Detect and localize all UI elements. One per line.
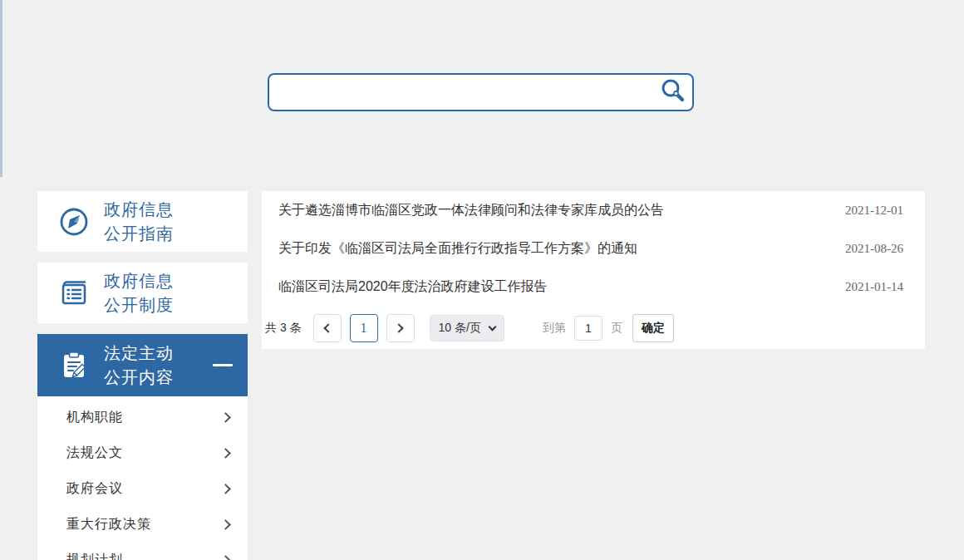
goto-page-input[interactable]	[574, 316, 602, 341]
chevron-right-icon	[220, 484, 231, 494]
article-date: 2021-08-26	[845, 242, 903, 256]
submenu-item-major-decisions[interactable]: 重大行政决策	[37, 507, 248, 543]
prev-page-button[interactable]	[313, 314, 342, 342]
article-date: 2021-12-01	[845, 204, 903, 218]
caret-down-icon	[488, 323, 496, 332]
pagination-bar: 共 3 条 1 10 条/页 到第 页 确定	[262, 314, 925, 342]
article-date: 2021-01-14	[845, 280, 903, 294]
sidebar-item-disclosure-guide[interactable]: 政府信息 公开指南	[37, 191, 248, 252]
sidebar-submenu: 机构职能 法规公文 政府会议 重大行政决策 规划计划	[37, 396, 248, 560]
submenu-item-regulations[interactable]: 法规公文	[37, 435, 248, 471]
submenu-item-label: 机构职能	[66, 409, 123, 426]
compass-icon	[57, 205, 91, 238]
article-title[interactable]: 关于遴选淄博市临淄区党政一体法律顾问和法律专家库成员的公告	[278, 202, 664, 219]
sidebar-item-label: 公开指南	[104, 222, 233, 246]
page-size-select[interactable]: 10 条/页	[430, 315, 504, 341]
goto-suffix-label: 页	[611, 321, 622, 336]
next-page-button[interactable]	[386, 314, 415, 342]
article-list-panel: 关于遴选淄博市临淄区党政一体法律顾问和法律专家库成员的公告 2021-12-01…	[262, 191, 925, 349]
submenu-item-label: 政府会议	[66, 480, 123, 498]
page-size-label: 10 条/页	[439, 321, 481, 336]
page-edge-decoration	[0, 0, 2, 177]
total-count-label: 共 3 条	[265, 321, 302, 336]
sidebar-item-disclosure-system[interactable]: 政府信息 公开制度	[37, 263, 248, 323]
confirm-button[interactable]: 确定	[632, 314, 674, 342]
submenu-item-label: 重大行政决策	[66, 516, 151, 533]
sidebar: 政府信息 公开指南 政府信息 公开制度	[37, 191, 248, 560]
article-row[interactable]: 关于印发《临淄区司法局全面推行行政指导工作方案》的通知 2021-08-26	[262, 229, 925, 268]
search-button[interactable]	[654, 75, 692, 110]
search-input[interactable]	[269, 75, 654, 110]
chevron-right-icon	[220, 555, 231, 560]
clipboard-pencil-icon	[57, 349, 91, 382]
submenu-item-label: 规划计划	[66, 552, 123, 560]
sidebar-item-label: 政府信息	[104, 198, 233, 222]
chevron-right-icon	[220, 519, 231, 530]
rules-document-icon	[57, 277, 91, 310]
chevron-right-icon	[220, 448, 231, 459]
sidebar-item-label: 公开内容	[104, 366, 213, 390]
sidebar-item-label: 公开制度	[104, 293, 233, 317]
chevron-right-icon	[394, 323, 403, 332]
chevron-left-icon	[323, 323, 332, 332]
sidebar-item-label: 法定主动	[104, 341, 213, 366]
collapse-minus-icon[interactable]	[213, 364, 233, 366]
submenu-item-organization[interactable]: 机构职能	[37, 400, 248, 435]
magnifier-icon	[659, 77, 687, 108]
goto-prefix-label: 到第	[543, 321, 566, 336]
page-number-button[interactable]: 1	[350, 314, 378, 342]
submenu-item-label: 法规公文	[66, 445, 123, 462]
submenu-item-meetings[interactable]: 政府会议	[37, 471, 248, 507]
article-title[interactable]: 关于印发《临淄区司法局全面推行行政指导工作方案》的通知	[278, 240, 637, 258]
sidebar-item-label: 政府信息	[104, 269, 233, 293]
search-bar	[268, 73, 694, 111]
article-row[interactable]: 关于遴选淄博市临淄区党政一体法律顾问和法律专家库成员的公告 2021-12-01	[262, 191, 925, 229]
sidebar-item-statutory-disclosure[interactable]: 法定主动 公开内容	[37, 334, 248, 396]
article-row[interactable]: 临淄区司法局2020年度法治政府建设工作报告 2021-01-14	[262, 268, 925, 306]
article-title[interactable]: 临淄区司法局2020年度法治政府建设工作报告	[278, 278, 548, 296]
submenu-item-planning[interactable]: 规划计划	[37, 543, 248, 560]
chevron-right-icon	[220, 412, 231, 423]
